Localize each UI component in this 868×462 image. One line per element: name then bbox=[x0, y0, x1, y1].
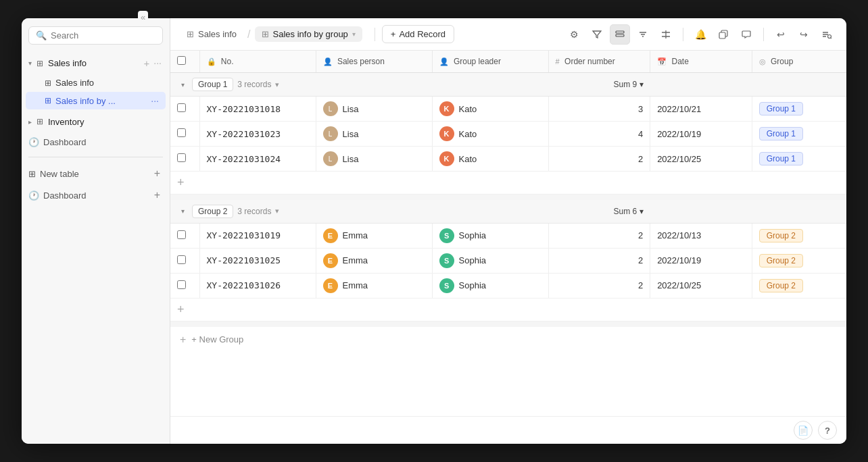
group1-tail-spacer bbox=[650, 73, 846, 97]
sidebar-item-dashboard[interactable]: 🕐 Dashboard bbox=[22, 133, 170, 151]
row-salesperson-cell[interactable]: E Emma bbox=[316, 223, 432, 248]
add-record-button[interactable]: + Add Record bbox=[382, 25, 454, 43]
sidebar-section-inventory: ▸ ⊞ Inventory bbox=[22, 113, 170, 130]
row-salesperson-cell[interactable]: L Lisa bbox=[316, 97, 432, 122]
col-ordernumber-label: Order number bbox=[564, 57, 615, 66]
sidebar-item-sales-info[interactable]: ⊞ Sales info bbox=[26, 74, 166, 91]
group-button[interactable] bbox=[610, 24, 630, 45]
group2-expand-btn[interactable]: ▾ bbox=[275, 207, 279, 215]
row-checkbox[interactable] bbox=[177, 280, 186, 289]
group-tag: Group 2 bbox=[759, 279, 803, 292]
sidebar-item-new-table[interactable]: ⊞ Group 1 New table + bbox=[22, 163, 170, 184]
add-dashboard-button[interactable]: + bbox=[151, 188, 163, 202]
avatar: K bbox=[439, 151, 454, 166]
row-salesperson-cell[interactable]: L Lisa bbox=[316, 122, 432, 147]
add-row-cell[interactable]: + bbox=[170, 172, 846, 195]
sidebar-item-sales-info-by-group[interactable]: ⊞ Sales info by ... ··· bbox=[26, 92, 166, 109]
add-table-icon[interactable]: + bbox=[143, 56, 151, 70]
row-group-cell[interactable]: Group 1 bbox=[752, 147, 846, 172]
salesperson-name: Lisa bbox=[343, 154, 359, 164]
row-date-cell[interactable]: 2022/10/21 bbox=[650, 97, 752, 122]
tab-sales-info[interactable]: ⊞ Sales info bbox=[180, 26, 243, 42]
row-group-cell[interactable]: Group 2 bbox=[752, 223, 846, 248]
row-checkbox[interactable] bbox=[177, 255, 186, 264]
row-groupleader-cell[interactable]: K Kato bbox=[432, 147, 548, 172]
row-id-cell[interactable]: XY-20221031025 bbox=[199, 248, 316, 273]
chevron-right-icon: ▸ bbox=[28, 118, 32, 126]
group1-expand-btn[interactable]: ▾ bbox=[275, 80, 279, 89]
row-date-cell[interactable]: 2022/10/13 bbox=[650, 223, 752, 248]
row-date-cell[interactable]: 2022/10/25 bbox=[650, 273, 752, 298]
row-group-cell[interactable]: Group 1 bbox=[752, 122, 846, 147]
groupleader-name: Sophia bbox=[459, 255, 486, 265]
tab-sales-info-label: Sales info bbox=[198, 29, 237, 39]
search-table-button[interactable] bbox=[817, 24, 837, 45]
filter-button[interactable] bbox=[587, 24, 607, 45]
select-all-checkbox[interactable] bbox=[177, 56, 186, 65]
alarm-button[interactable]: 🔔 bbox=[690, 24, 710, 45]
row-checkbox[interactable] bbox=[177, 103, 186, 112]
row-group-cell[interactable]: Group 2 bbox=[752, 248, 846, 273]
undo-button[interactable]: ↩ bbox=[771, 24, 791, 45]
search-input[interactable] bbox=[51, 30, 155, 41]
row-id-cell[interactable]: XY-20221031026 bbox=[199, 273, 316, 298]
row-id-cell[interactable]: XY-20221031019 bbox=[199, 223, 316, 248]
group1-chevron[interactable]: ▾ bbox=[177, 79, 188, 90]
add-row-cell-2[interactable]: + bbox=[170, 298, 846, 321]
doc-button[interactable]: 📄 bbox=[794, 421, 813, 440]
copy-button[interactable] bbox=[713, 24, 733, 45]
group-tag: Group 1 bbox=[759, 152, 803, 165]
row-id-cell[interactable]: XY-20221031024 bbox=[199, 147, 316, 172]
row-ordernumber-cell[interactable]: 2 bbox=[548, 223, 650, 248]
row-id-cell[interactable]: XY-20221031018 bbox=[199, 97, 316, 122]
row-checkbox[interactable] bbox=[177, 128, 186, 137]
row-date-cell[interactable]: 2022/10/25 bbox=[650, 147, 752, 172]
sidebar-group-header-inventory[interactable]: ▸ ⊞ Inventory bbox=[22, 113, 170, 130]
sidebar-item-dashboard-bottom[interactable]: 🕐 Dashboard + bbox=[22, 184, 170, 206]
collapse-sidebar-button[interactable]: « bbox=[138, 18, 148, 24]
comment-button[interactable] bbox=[736, 24, 756, 45]
table-row: XY-20221031025 E Emma S Sophia bbox=[170, 248, 846, 273]
row-salesperson-cell[interactable]: E Emma bbox=[316, 248, 432, 273]
row-group-cell[interactable]: Group 2 bbox=[752, 273, 846, 298]
row-checkbox[interactable] bbox=[177, 153, 186, 162]
new-group-button[interactable]: + + New Group bbox=[170, 327, 846, 353]
add-new-table-button[interactable]: + bbox=[151, 167, 163, 180]
group2-chevron[interactable]: ▾ bbox=[177, 206, 188, 217]
row-ordernumber-cell[interactable]: 2 bbox=[548, 147, 650, 172]
row-id-cell[interactable]: XY-20221031023 bbox=[199, 122, 316, 147]
fields-button[interactable] bbox=[656, 24, 676, 45]
add-row-group2[interactable]: + bbox=[170, 298, 846, 321]
row-ordernumber-cell[interactable]: 2 bbox=[548, 248, 650, 273]
tab-sales-info-by-group[interactable]: ⊞ Sales info by group ▾ bbox=[255, 26, 362, 42]
avatar: E bbox=[323, 253, 338, 268]
add-row-group1[interactable]: + bbox=[170, 172, 846, 195]
row-date-cell[interactable]: 2022/10/19 bbox=[650, 248, 752, 273]
table-icon: ⊞ bbox=[34, 58, 45, 69]
row-checkbox[interactable] bbox=[177, 230, 186, 239]
more-options-icon[interactable]: ··· bbox=[152, 56, 163, 70]
row-group-cell[interactable]: Group 1 bbox=[752, 97, 846, 122]
sidebar-item-label: Sales info bbox=[55, 78, 159, 88]
sidebar-section-sales-info: ▾ ⊞ Sales info + ··· ⊞ Sales info ⊞ Sale… bbox=[22, 53, 170, 110]
row-groupleader-cell[interactable]: S Sophia bbox=[432, 248, 548, 273]
col-header-salesperson: 👤 Sales person bbox=[316, 51, 432, 73]
help-button[interactable]: ? bbox=[818, 421, 837, 440]
row-ordernumber-cell[interactable]: 2 bbox=[548, 273, 650, 298]
row-groupleader-cell[interactable]: S Sophia bbox=[432, 223, 548, 248]
more-icon[interactable]: ··· bbox=[151, 95, 159, 106]
row-groupleader-cell[interactable]: K Kato bbox=[432, 97, 548, 122]
row-salesperson-cell[interactable]: E Emma bbox=[316, 273, 432, 298]
row-ordernumber-cell[interactable]: 3 bbox=[548, 97, 650, 122]
row-ordernumber-cell[interactable]: 4 bbox=[548, 122, 650, 147]
sort-button[interactable] bbox=[633, 24, 653, 45]
sidebar-group-header-sales-info[interactable]: ▾ ⊞ Sales info + ··· bbox=[22, 53, 170, 74]
row-date-cell[interactable]: 2022/10/19 bbox=[650, 122, 752, 147]
toolbar: ⊞ Sales info / ⊞ Sales info by group ▾ +… bbox=[170, 18, 846, 51]
row-groupleader-cell[interactable]: S Sophia bbox=[432, 273, 548, 298]
redo-button[interactable]: ↪ bbox=[794, 24, 814, 45]
row-groupleader-cell[interactable]: K Kato bbox=[432, 122, 548, 147]
settings-button[interactable]: ⚙ bbox=[564, 24, 584, 45]
row-check-cell bbox=[170, 273, 199, 298]
row-salesperson-cell[interactable]: L Lisa bbox=[316, 147, 432, 172]
